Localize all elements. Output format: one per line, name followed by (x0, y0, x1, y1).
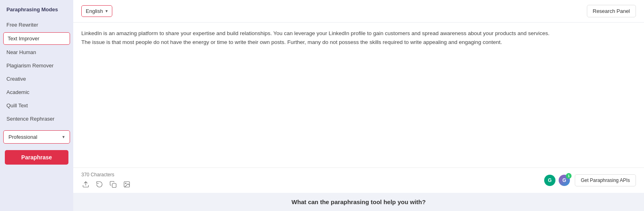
bottom-right-section: G G 1 Get Paraphrasing APIs (544, 174, 636, 186)
get-paraphrasing-apis-button[interactable]: Get Paraphrasing APIs (575, 174, 636, 186)
sidebar-item-academic[interactable]: Academic (0, 86, 73, 99)
sidebar-title: Paraphrasing Modes (0, 6, 73, 18)
text-editor-area[interactable]: LinkedIn is an amazing platform to share… (73, 23, 644, 167)
sidebar-item-plagiarism-remover[interactable]: Plagiarism Remover (0, 59, 73, 72)
sidebar-item-quill-text[interactable]: Quill Text (0, 99, 73, 112)
app-container: Paraphrasing Modes Free Rewriter Text Im… (0, 0, 644, 211)
chevron-down-icon: ▾ (62, 134, 65, 140)
sidebar: Paraphrasing Modes Free Rewriter Text Im… (0, 0, 73, 211)
sidebar-item-free-rewriter[interactable]: Free Rewriter (0, 18, 73, 31)
svg-rect-0 (112, 184, 116, 188)
sidebar-item-creative[interactable]: Creative (0, 72, 73, 86)
editor-text-content: LinkedIn is an amazing platform to share… (81, 29, 564, 46)
copy-icon[interactable] (109, 180, 118, 189)
top-bar: English ▾ Research Panel (73, 0, 644, 23)
research-panel-button[interactable]: Research Panel (587, 5, 636, 17)
undo-icon[interactable] (95, 180, 104, 189)
footer-section: What can the paraphrasing tool help you … (73, 193, 644, 211)
sidebar-item-near-human[interactable]: Near Human (0, 46, 73, 59)
main-content: English ▾ Research Panel LinkedIn is an … (73, 0, 644, 211)
bottom-left-section: 370 Characters (81, 172, 131, 189)
mode-dropdown-label: Professional (8, 134, 37, 140)
language-dropdown-arrow: ▾ (105, 8, 108, 14)
image-icon[interactable] (122, 180, 131, 189)
paraphrase-button[interactable]: Paraphrase (5, 150, 68, 165)
sidebar-item-text-improver[interactable]: Text Improver (3, 32, 70, 45)
language-text: English (86, 8, 103, 14)
grammarly-multi-icon[interactable]: G 1 (559, 175, 570, 186)
language-selector[interactable]: English ▾ (81, 5, 112, 17)
character-count: 370 Characters (81, 172, 131, 178)
grammarly-badge: 1 (566, 173, 572, 179)
toolbar-icons (81, 180, 131, 189)
grammarly-green-icon[interactable]: G (544, 175, 555, 186)
mode-dropdown-wrapper[interactable]: Professional ▾ (3, 130, 70, 144)
mode-dropdown[interactable]: Professional ▾ (5, 132, 68, 142)
upload-icon[interactable] (81, 180, 90, 189)
footer-heading: What can the paraphrasing tool help you … (291, 198, 425, 205)
floating-icons: G G 1 (544, 175, 570, 186)
bottom-toolbar: 370 Characters (73, 167, 644, 193)
sidebar-item-sentence-rephraser[interactable]: Sentence Rephraser (0, 112, 73, 125)
svg-point-2 (125, 183, 126, 184)
